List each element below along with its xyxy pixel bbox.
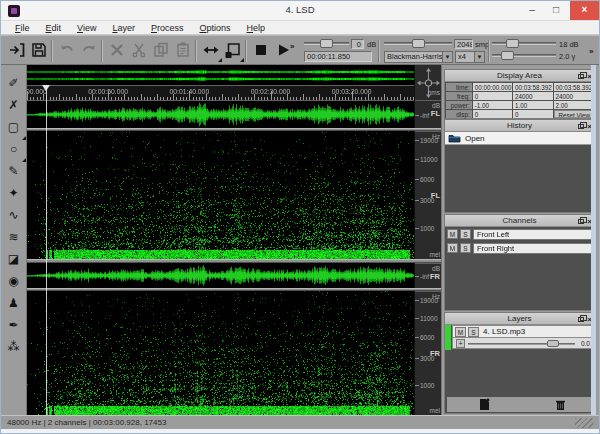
- pencil-tool[interactable]: ✒: [3, 315, 25, 337]
- mute-button[interactable]: M: [447, 243, 458, 253]
- transform-icon: [224, 41, 242, 59]
- rectangle-select-tool[interactable]: ▢: [3, 117, 25, 139]
- cut-button[interactable]: [128, 40, 149, 61]
- layer-row[interactable]: MS4. LSD.mp3: [452, 325, 594, 338]
- time-ruler[interactable]: 00:00:00.00000:00:50.00000:01:40.00000:0…: [27, 85, 414, 100]
- copy-button[interactable]: [150, 40, 171, 61]
- solo-button[interactable]: S: [460, 229, 471, 239]
- patch-tool-icon: ✗: [8, 98, 18, 112]
- display-area-value[interactable]: 00:03:58.392: [513, 83, 552, 91]
- popout-icon[interactable]: [578, 219, 584, 224]
- display-area-value[interactable]: 00:00:00.000: [473, 83, 512, 91]
- overview-strip[interactable]: [27, 65, 414, 85]
- reset-view-button[interactable]: Reset View: [554, 110, 593, 118]
- patch-tool[interactable]: ✗: [3, 95, 25, 117]
- save-button[interactable]: [28, 40, 49, 61]
- popout-icon[interactable]: [578, 124, 584, 129]
- gain-value-field[interactable]: 0: [351, 39, 364, 49]
- stamp-tool[interactable]: ♟: [3, 293, 25, 315]
- history-panel: History × Open: [444, 119, 595, 213]
- resize-grip[interactable]: [575, 418, 593, 428]
- time-position-field[interactable]: 00:00:11.850: [304, 51, 372, 62]
- amplitude-label: -inf: [420, 273, 429, 280]
- channel-name[interactable]: Front Left: [473, 229, 592, 240]
- play-icon: [274, 41, 292, 59]
- display-area-value[interactable]: 24000: [513, 92, 552, 100]
- display-area-value[interactable]: 0: [473, 92, 512, 100]
- playhead-marker[interactable]: [42, 85, 50, 91]
- fft-size-field[interactable]: 2048: [454, 39, 473, 49]
- lasso-select-tool[interactable]: ○: [3, 139, 25, 161]
- playhead[interactable]: [46, 85, 47, 415]
- display-area-value[interactable]: 1.00: [513, 101, 552, 109]
- waveform-front-left[interactable]: [27, 100, 414, 128]
- panel-title[interactable]: History ×: [445, 120, 594, 132]
- time-resize-button[interactable]: [200, 40, 221, 61]
- magic-wand-tool[interactable]: ✦: [3, 183, 25, 205]
- fft-size-slider[interactable]: [384, 39, 452, 48]
- pen-tool[interactable]: ✐: [3, 73, 25, 95]
- undo-button[interactable]: [56, 40, 77, 61]
- layer-opacity-slider[interactable]: [468, 340, 575, 347]
- close-button[interactable]: ×: [570, 1, 599, 20]
- mute-button[interactable]: M: [455, 327, 466, 337]
- popout-icon[interactable]: [578, 74, 584, 79]
- chevron-down-icon[interactable]: ▼: [474, 52, 484, 62]
- brush-tool[interactable]: ✎: [3, 161, 25, 183]
- display-area-value[interactable]: 24000: [554, 92, 593, 100]
- new-layer-icon[interactable]: [479, 398, 490, 411]
- display-area-value[interactable]: 0: [473, 110, 512, 118]
- spectrogram-front-left[interactable]: [27, 131, 414, 259]
- popout-icon[interactable]: [578, 317, 584, 322]
- stop-button[interactable]: [250, 40, 271, 61]
- eraser-tool[interactable]: ◪: [3, 249, 25, 271]
- display-area-value[interactable]: 00:03:58.392: [554, 83, 593, 91]
- minimize-button[interactable]: –: [521, 1, 543, 20]
- menu-view[interactable]: View: [69, 23, 104, 33]
- menu-file[interactable]: File: [7, 23, 38, 33]
- display-area-row-label: time:: [446, 83, 472, 91]
- gamma-slider[interactable]: [492, 51, 556, 60]
- solo-button[interactable]: S: [460, 243, 471, 253]
- menu-process[interactable]: Process: [143, 23, 192, 33]
- spectral-display[interactable]: hmsdBFL-infHzFLmel1900011000600030001000…: [27, 65, 441, 415]
- pin-tool[interactable]: ◉: [3, 271, 25, 293]
- menu-help[interactable]: Help: [239, 23, 274, 33]
- brightness-slider[interactable]: [492, 39, 556, 48]
- toolbar-overflow-icon[interactable]: »: [589, 47, 592, 56]
- layer-color-bar: [445, 325, 451, 350]
- delete-button[interactable]: [106, 40, 127, 61]
- menu-layer[interactable]: Layer: [104, 23, 143, 33]
- harmonics-tool[interactable]: ≋: [3, 227, 25, 249]
- solo-button[interactable]: S: [468, 327, 479, 337]
- window-function-dropdown[interactable]: Blackman-Harris▼: [384, 51, 453, 63]
- maximize-button[interactable]: □: [545, 1, 567, 20]
- display-area-value[interactable]: -1.00: [473, 101, 512, 109]
- eraser-tool-icon: ◪: [8, 252, 19, 266]
- curve-tool[interactable]: ∿: [3, 205, 25, 227]
- menu-options[interactable]: Options: [191, 23, 238, 33]
- panel-title[interactable]: Channels ×: [445, 215, 594, 227]
- spectrogram-front-right[interactable]: [27, 291, 414, 415]
- play-button[interactable]: [272, 40, 293, 61]
- panel-title[interactable]: Layers ×: [445, 313, 594, 325]
- transform-button[interactable]: [222, 40, 243, 61]
- oversample-dropdown[interactable]: x4▼: [455, 51, 485, 63]
- panel-title[interactable]: Display Area ×: [445, 70, 594, 82]
- gain-slider[interactable]: [304, 39, 349, 48]
- mute-button[interactable]: M: [447, 229, 458, 239]
- expand-button[interactable]: +: [456, 339, 465, 348]
- redo-button[interactable]: [78, 40, 99, 61]
- waveform-front-right[interactable]: [27, 263, 414, 288]
- history-item[interactable]: Open: [445, 132, 594, 145]
- window-title: 4. LSD: [1, 4, 599, 15]
- channel-name[interactable]: Front Right: [473, 243, 592, 254]
- airbrush-tool[interactable]: ⁂: [3, 337, 25, 359]
- menu-edit[interactable]: Edit: [38, 23, 70, 33]
- paste-button[interactable]: [172, 40, 193, 61]
- display-area-value[interactable]: 2.00: [554, 101, 593, 109]
- display-area-value[interactable]: 0: [513, 110, 552, 118]
- delete-layer-icon[interactable]: [555, 399, 566, 411]
- open-button[interactable]: [6, 40, 27, 61]
- chevron-down-icon[interactable]: ▼: [442, 52, 452, 62]
